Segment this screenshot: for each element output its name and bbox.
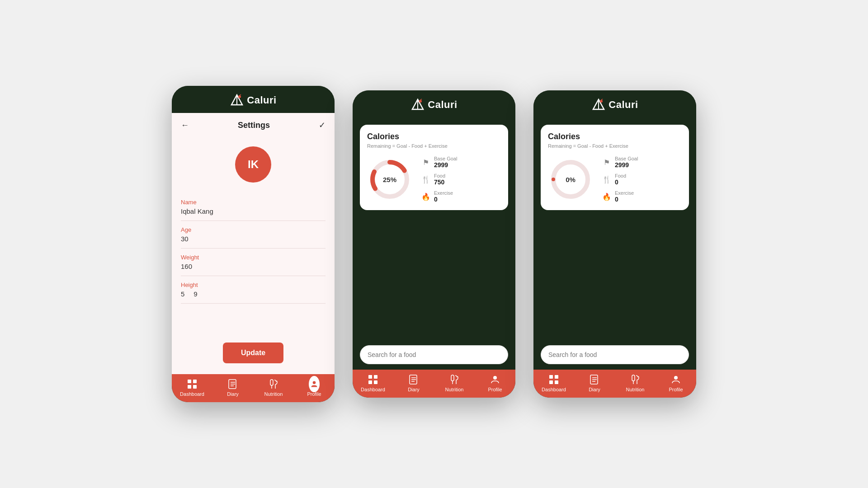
exercise-label-25: Exercise xyxy=(434,190,453,196)
nav-profile-label-0: Profile xyxy=(669,387,683,392)
food-info-25: Food 750 xyxy=(434,173,445,186)
avatar-section: IK xyxy=(172,137,335,193)
svg-rect-21 xyxy=(374,375,377,379)
base-goal-row-0: ⚑ Base Goal 2999 xyxy=(602,156,682,169)
phone-dashboard-0: Caluri Calories Remaining = Goal - Food … xyxy=(533,90,696,398)
height-label: Height xyxy=(181,282,326,288)
phone3-header: Caluri xyxy=(533,90,696,117)
exercise-label-0: Exercise xyxy=(615,190,634,196)
calories-body-25: 25% ⚑ Base Goal 2999 🍴 xyxy=(367,156,501,203)
nav-profile-label-25: Profile xyxy=(488,387,502,392)
svg-rect-38 xyxy=(555,375,558,379)
logo-icon-2 xyxy=(410,98,425,112)
nav-profile-0[interactable]: Profile xyxy=(656,374,696,392)
logo-text-2: Caluri xyxy=(428,99,457,111)
height-field: Height 5 9 xyxy=(181,276,326,304)
base-goal-info-0: Base Goal 2999 xyxy=(615,156,638,169)
nav-diary-0[interactable]: Diary xyxy=(574,374,615,392)
calories-card-0: Calories Remaining = Goal - Food + Exerc… xyxy=(541,125,689,210)
svg-line-33 xyxy=(601,99,603,100)
search-input-25[interactable] xyxy=(360,345,508,364)
nav-dashboard[interactable]: Dashboard xyxy=(172,379,212,397)
profile-icon-25 xyxy=(490,374,500,385)
svg-rect-6 xyxy=(188,385,191,389)
logo-icon-3 xyxy=(591,98,606,112)
nutrition-icon xyxy=(268,379,279,389)
search-input-0[interactable] xyxy=(541,345,689,364)
settings-title: Settings xyxy=(238,121,270,130)
svg-rect-37 xyxy=(549,375,553,379)
nav-dashboard-label-25: Dashboard xyxy=(361,387,385,392)
nav-profile-25[interactable]: Profile xyxy=(475,374,515,392)
nav-dashboard-label: Dashboard xyxy=(180,391,204,397)
exercise-row-25: 🔥 Exercise 0 xyxy=(421,190,501,203)
nav-nutrition-25[interactable]: Nutrition xyxy=(434,374,475,392)
nav-profile-label: Profile xyxy=(307,391,321,397)
weight-label: Weight xyxy=(181,254,326,261)
height-in[interactable]: 9 xyxy=(193,290,197,298)
svg-point-46 xyxy=(674,376,678,380)
food-row-0: 🍴 Food 0 xyxy=(602,173,682,186)
nav-profile[interactable]: Profile xyxy=(294,379,335,397)
name-value[interactable]: Iqbal Kang xyxy=(181,207,326,215)
logo: Caluri xyxy=(230,93,276,108)
avatar[interactable]: IK xyxy=(235,146,271,183)
dashboard-screen-0: Calories Remaining = Goal - Food + Exerc… xyxy=(533,117,696,342)
logo3: Caluri xyxy=(591,98,638,112)
base-goal-value-25: 2999 xyxy=(434,161,457,169)
nav-diary-label-0: Diary xyxy=(589,387,600,392)
search-section-25 xyxy=(353,342,515,370)
svg-point-16 xyxy=(419,100,422,103)
screens-container: Caluri ← Settings ✓ IK Name Iqbal Kang A… xyxy=(0,68,868,420)
nav-diary-25[interactable]: Diary xyxy=(393,374,434,392)
settings-screen: ← Settings ✓ IK Name Iqbal Kang Age 30 W… xyxy=(172,113,335,374)
diary-icon-0 xyxy=(589,374,600,385)
base-goal-label-0: Base Goal xyxy=(615,156,638,161)
profile-icon xyxy=(309,379,320,389)
confirm-button[interactable]: ✓ xyxy=(319,120,326,130)
fire-icon-0: 🔥 xyxy=(602,192,611,201)
nav-diary-label: Diary xyxy=(227,391,239,397)
svg-rect-39 xyxy=(549,380,553,384)
nav-nutrition-label-25: Nutrition xyxy=(445,387,464,392)
svg-point-29 xyxy=(493,376,497,380)
fire-icon-25: 🔥 xyxy=(421,192,430,201)
back-button[interactable]: ← xyxy=(181,121,189,130)
logo-text-3: Caluri xyxy=(609,99,638,111)
svg-rect-20 xyxy=(368,375,372,379)
nutrition-icon-25 xyxy=(449,374,460,385)
svg-rect-22 xyxy=(368,380,372,384)
nav-dashboard-0[interactable]: Dashboard xyxy=(533,374,574,392)
diary-icon xyxy=(227,379,238,389)
logo-text: Caluri xyxy=(247,94,276,106)
name-field: Name Iqbal Kang xyxy=(181,193,326,221)
form-section: Name Iqbal Kang Age 30 Weight 160 Height… xyxy=(172,193,335,332)
svg-rect-4 xyxy=(188,380,191,383)
svg-rect-5 xyxy=(193,380,197,383)
calories-subtitle-25: Remaining = Goal - Food + Exercise xyxy=(367,143,501,149)
nav-nutrition[interactable]: Nutrition xyxy=(253,379,294,397)
logo2: Caluri xyxy=(410,98,457,112)
food-label-25: Food xyxy=(434,173,445,178)
stats-list-0: ⚑ Base Goal 2999 🍴 Food 0 xyxy=(602,156,682,203)
calories-card-25: Calories Remaining = Goal - Food + Exerc… xyxy=(360,125,508,210)
exercise-info-0: Exercise 0 xyxy=(615,190,634,203)
calories-title-0: Calories xyxy=(548,132,682,141)
donut-0: 0% xyxy=(548,157,593,202)
height-ft[interactable]: 5 xyxy=(181,290,184,298)
svg-point-36 xyxy=(552,178,555,181)
svg-rect-40 xyxy=(555,380,558,384)
base-goal-info-25: Base Goal 2999 xyxy=(434,156,457,169)
nav-nutrition-0[interactable]: Nutrition xyxy=(615,374,656,392)
weight-field: Weight 160 xyxy=(181,249,326,276)
nav-dashboard-25[interactable]: Dashboard xyxy=(353,374,393,392)
nav-diary[interactable]: Diary xyxy=(212,379,253,397)
name-label: Name xyxy=(181,199,326,206)
logo-icon xyxy=(230,93,244,108)
weight-value[interactable]: 160 xyxy=(181,263,326,270)
phone2-header: Caluri xyxy=(353,90,515,117)
update-button[interactable]: Update xyxy=(223,343,283,363)
calories-body-0: 0% ⚑ Base Goal 2999 🍴 xyxy=(548,156,682,203)
svg-point-2 xyxy=(238,95,241,98)
age-value[interactable]: 30 xyxy=(181,235,326,243)
